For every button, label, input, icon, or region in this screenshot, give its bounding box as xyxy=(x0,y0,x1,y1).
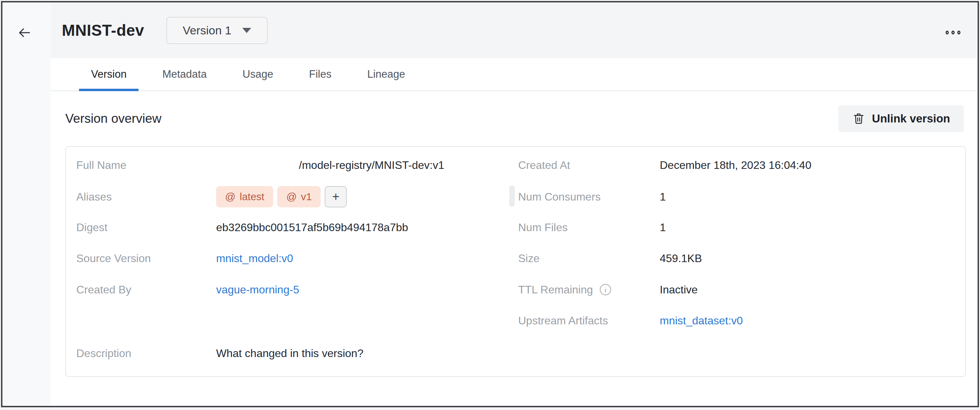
created-by-link[interactable]: vague-morning-5 xyxy=(216,284,299,296)
version-selector[interactable]: Version 1 xyxy=(166,17,268,44)
alias-chip-latest[interactable]: @ latest xyxy=(216,186,273,207)
version-selector-label: Version 1 xyxy=(183,24,232,37)
field-label: Created At xyxy=(518,159,660,172)
add-alias-button[interactable]: + xyxy=(325,186,347,207)
overflow-menu-button[interactable] xyxy=(943,29,963,37)
field-created-at: Created At December 18th, 2023 16:04:40 xyxy=(518,155,955,176)
tab-files[interactable]: Files xyxy=(297,58,343,91)
source-version-link[interactable]: mnist_model:v0 xyxy=(216,252,293,265)
field-label: Created By xyxy=(76,284,216,296)
size-value: 459.1KB xyxy=(660,252,702,265)
arrow-left-icon xyxy=(17,25,32,40)
field-num-consumers: Num Consumers 1 xyxy=(518,186,955,207)
description-placeholder[interactable]: What changed in this version? xyxy=(216,347,444,360)
full-name-value: /model-registry/MNIST-dev:v1 xyxy=(216,159,444,172)
trash-icon xyxy=(852,112,865,125)
dot-icon xyxy=(951,30,955,34)
field-label: TTL Remaining xyxy=(518,284,593,296)
field-label: Source Version xyxy=(76,252,216,265)
page-title: MNIST-dev xyxy=(62,21,144,40)
field-size: Size 459.1KB xyxy=(518,248,955,269)
field-created-by: Created By vague-morning-5 xyxy=(76,279,509,300)
field-upstream-artifacts: Upstream Artifacts mnist_dataset:v0 xyxy=(518,310,955,331)
num-consumers-value: 1 xyxy=(660,191,666,203)
field-label: Description xyxy=(76,347,216,360)
field-label: Digest xyxy=(76,221,216,234)
field-label: Upstream Artifacts xyxy=(518,314,660,327)
field-label: Full Name xyxy=(76,159,216,172)
chevron-down-icon xyxy=(242,28,251,33)
unlink-version-button[interactable]: Unlink version xyxy=(838,105,964,132)
at-symbol: @ xyxy=(286,191,296,203)
dot-icon xyxy=(957,30,961,34)
app-window: MNIST-dev Version 1 Version Metadata Usa… xyxy=(1,1,979,407)
section-header: Version overview Unlink version xyxy=(65,99,964,138)
scrollbar-thumb[interactable] xyxy=(509,185,515,207)
field-digest: Digest eb3269bbc001517af5b69b494178a7bb xyxy=(76,217,509,238)
unlink-version-label: Unlink version xyxy=(872,112,950,125)
digest-value: eb3269bbc001517af5b69b494178a7bb xyxy=(216,221,444,234)
tab-metadata[interactable]: Metadata xyxy=(150,58,218,91)
section-title: Version overview xyxy=(65,112,162,126)
tab-content: Version overview Unlink version Full Nam… xyxy=(51,92,978,406)
left-rail xyxy=(2,2,51,406)
tab-lineage[interactable]: Lineage xyxy=(355,58,417,91)
field-label: Size xyxy=(518,252,660,265)
dot-icon xyxy=(946,30,949,34)
version-overview-card: Full Name /model-registry/MNIST-dev:v1 A… xyxy=(65,146,966,377)
tab-usage[interactable]: Usage xyxy=(231,58,286,91)
field-description: Description What changed in this version… xyxy=(76,343,509,364)
field-source-version: Source Version mnist_model:v0 xyxy=(76,248,509,269)
field-full-name: Full Name /model-registry/MNIST-dev:v1 xyxy=(76,155,509,176)
alias-chip-list: @ latest @ v1 + xyxy=(216,186,347,207)
page-header: MNIST-dev Version 1 xyxy=(51,2,978,58)
created-at-value: December 18th, 2023 16:04:40 xyxy=(660,159,811,172)
field-label: Num Consumers xyxy=(518,191,660,203)
back-button[interactable] xyxy=(14,22,35,43)
tab-version[interactable]: Version xyxy=(79,58,138,91)
tab-bar: Version Metadata Usage Files Lineage xyxy=(51,58,978,91)
field-label: Num Files xyxy=(518,221,660,234)
num-files-value: 1 xyxy=(660,221,666,234)
alias-chip-v1[interactable]: @ v1 xyxy=(277,186,321,207)
alias-name: v1 xyxy=(301,191,312,203)
upstream-artifact-link[interactable]: mnist_dataset:v0 xyxy=(660,314,743,327)
at-symbol: @ xyxy=(225,191,235,203)
alias-name: latest xyxy=(240,191,264,203)
info-icon[interactable] xyxy=(598,283,612,297)
field-aliases: Aliases @ latest @ v1 + xyxy=(76,186,509,207)
field-ttl-remaining: TTL Remaining Inactive xyxy=(518,279,955,300)
ttl-remaining-value: Inactive xyxy=(660,284,698,296)
field-label: Aliases xyxy=(76,191,216,203)
field-num-files: Num Files 1 xyxy=(518,217,955,238)
